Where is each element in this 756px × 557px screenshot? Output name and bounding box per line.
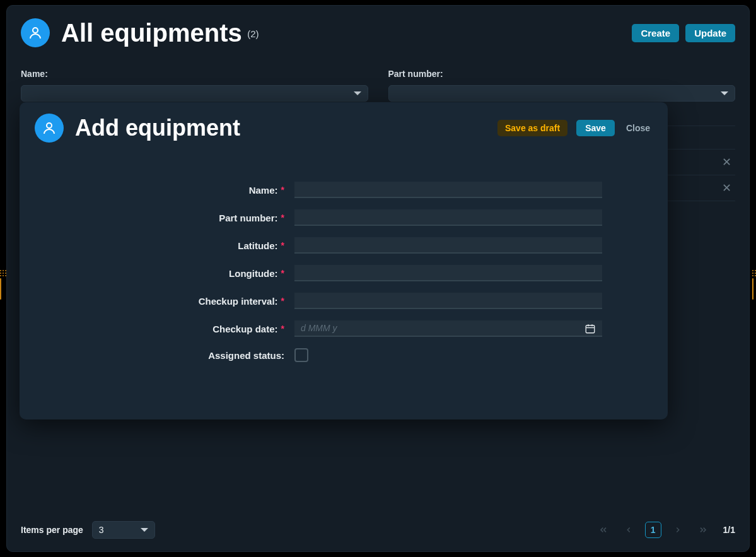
chevron-down-icon [354,91,361,95]
required-star-icon: * [281,240,284,250]
field-part-label: Part number:* [35,213,284,223]
field-date-row: Checkup date:* [35,320,653,337]
required-star-icon: * [281,213,284,223]
pager-bar: Items per page 3 1 1/1 [21,521,735,539]
field-interval-row: Checkup interval:* [35,293,653,309]
filter-row: Name: Part number: [21,69,735,102]
page-count: (2) [247,28,259,39]
latitude-input[interactable] [294,237,602,254]
modal-actions: Save as draft Save Close [497,120,653,136]
user-icon [42,120,57,136]
items-per-page-value: 3 [99,525,104,535]
field-lat-row: Latitude:* [35,237,653,254]
field-part-row: Part number:* [35,209,653,226]
field-name-row: Name:* [35,182,653,198]
chevron-double-right-icon [698,525,708,535]
user-icon [28,25,43,40]
last-page-button[interactable] [694,521,712,539]
field-lon-row: Longitude:* [35,265,653,281]
close-button[interactable]: Close [624,120,653,136]
left-edge-handle[interactable] [0,270,4,300]
part-number-input[interactable] [294,209,602,226]
filter-part-label: Part number: [388,69,736,79]
row-delete-icon[interactable]: ✕ [718,181,735,195]
assigned-status-checkbox[interactable] [294,348,308,362]
required-star-icon: * [281,185,284,195]
row-delete-icon[interactable]: ✕ [718,155,735,169]
chevron-down-icon [141,528,148,532]
chevron-double-left-icon [598,525,608,535]
required-star-icon: * [281,296,284,306]
page-title-wrap: All equipments (2) [61,19,259,47]
chevron-right-icon [673,525,682,534]
field-date-label: Checkup date:* [35,324,284,334]
header-actions: Create Update [632,24,735,42]
chevron-left-icon [624,525,633,534]
right-edge-handle[interactable] [752,270,756,300]
longitude-input[interactable] [294,265,602,281]
field-interval-label: Checkup interval:* [35,296,284,307]
chevron-down-icon [721,91,728,95]
add-equipment-modal: Add equipment Save as draft Save Close N… [20,102,668,419]
modal-header: Add equipment Save as draft Save Close [35,114,653,143]
checkup-date-input[interactable] [294,320,602,337]
page-title: All equipments [61,19,242,47]
update-button[interactable]: Update [685,24,735,42]
save-draft-button[interactable]: Save as draft [497,120,567,136]
items-per-page-label: Items per page [21,525,83,535]
filter-name-label: Name: [21,69,368,79]
required-star-icon: * [281,324,284,334]
equipment-form: Name:* Part number:* Latitude:* Longitud… [35,182,653,362]
filter-part-select[interactable] [388,85,736,102]
checkup-interval-input[interactable] [294,293,602,309]
field-name-label: Name:* [35,185,284,196]
items-per-page-select[interactable]: 3 [92,521,155,539]
pager-nav: 1 1/1 [595,521,735,539]
prev-page-button[interactable] [620,521,637,539]
next-page-button[interactable] [669,521,687,539]
name-input[interactable] [294,182,602,198]
checkup-date-wrapper [294,320,602,337]
svg-point-0 [33,28,38,33]
filter-name: Name: [21,69,368,102]
page-avatar [21,18,50,47]
field-lon-label: Longitude:* [35,268,284,279]
field-assigned-row: Assigned status: [35,348,653,362]
first-page-button[interactable] [595,521,612,539]
filter-name-select[interactable] [21,85,368,102]
save-button[interactable]: Save [576,120,615,136]
page-number-current[interactable]: 1 [645,522,661,538]
svg-point-1 [47,123,52,128]
modal-title: Add equipment [75,115,240,141]
panel-header: All equipments (2) Create Update [21,18,735,47]
modal-avatar [35,114,64,143]
create-button[interactable]: Create [632,24,679,42]
field-lat-label: Latitude:* [35,240,284,251]
required-star-icon: * [281,268,284,278]
field-assigned-label: Assigned status: [35,350,284,361]
page-info: 1/1 [723,525,735,535]
filter-part: Part number: [388,69,736,102]
